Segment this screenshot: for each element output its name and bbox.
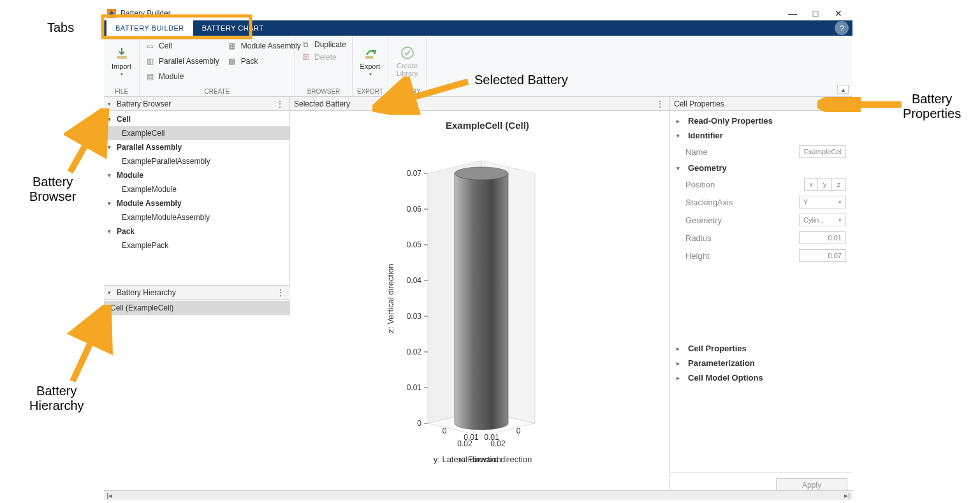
group-label-create: CREATE — [140, 88, 295, 95]
delete-button[interactable]: ☒Delete — [300, 52, 347, 62]
expand-icon: ▸ — [676, 118, 683, 124]
expand-icon: ▸ — [676, 360, 683, 367]
create-cell-button[interactable]: ▭Cell — [145, 38, 219, 54]
panel-menu-button[interactable]: ⋮ — [654, 99, 666, 109]
svg-text:0: 0 — [516, 426, 521, 435]
annot-arrow-props — [817, 97, 907, 112]
window-close-button[interactable]: ✕ — [827, 6, 850, 20]
duplicate-button[interactable]: ⧉Duplicate — [300, 40, 347, 50]
create-module-assembly-label: Module Assembly — [241, 41, 301, 50]
name-input[interactable]: ExampleCel — [799, 145, 846, 158]
section-readonly[interactable]: ▸Read-Only Properties — [676, 113, 846, 128]
ribbon: Import ▾ FILE ▭Cell ▦Module Assembly ▥Pa… — [104, 36, 852, 97]
battery-browser-header[interactable]: ▾ Battery Browser ⋮ — [104, 97, 289, 111]
geometry-label: Geometry — [685, 215, 722, 225]
create-parallel-assembly-button[interactable]: ▥Parallel Assembly — [145, 54, 219, 69]
svg-rect-2 — [365, 56, 373, 59]
section-geometry[interactable]: ▾Geometry — [676, 161, 846, 175]
svg-text:0.06: 0.06 — [407, 205, 422, 214]
battery-browser-tree: ▾CellExampleCell▾Parallel AssemblyExampl… — [104, 111, 289, 254]
module-assembly-icon: ▦ — [227, 41, 237, 51]
create-module-assembly-button[interactable]: ▦Module Assembly — [227, 38, 301, 54]
help-button[interactable]: ? — [835, 21, 849, 35]
scroll-right-button[interactable]: ▸| — [844, 492, 850, 500]
create-pack-label: Pack — [241, 57, 258, 66]
delete-label: Delete — [314, 53, 337, 62]
ribbon-collapse-button[interactable]: ▴ — [837, 85, 849, 94]
battery-browser-panel: ▾ Battery Browser ⋮ ▾CellExampleCell▾Par… — [104, 97, 290, 286]
chevron-down-icon: ▾ — [121, 71, 123, 77]
expand-icon: ▸ — [676, 346, 683, 352]
group-label-file: FILE — [104, 88, 139, 95]
svg-line-36 — [73, 310, 106, 381]
section-readonly-label: Read-Only Properties — [688, 116, 773, 126]
window-minimize-button[interactable]: — — [781, 6, 804, 20]
tree-group[interactable]: ▾Module Assembly — [104, 196, 289, 210]
height-input[interactable]: 0.07 — [799, 249, 846, 262]
checkmark-icon — [400, 45, 415, 61]
svg-line-34 — [379, 82, 468, 107]
position-z[interactable]: z — [832, 178, 846, 191]
tree-item[interactable]: ExampleModuleAssembly — [104, 210, 289, 224]
annot-selected: Selected Battery — [474, 73, 568, 87]
tree-item[interactable]: ExampleParallelAssembly — [104, 154, 289, 168]
chart-canvas: 00.010.020.030.040.050.060.0700.010.0200… — [290, 111, 670, 481]
group-label-browser: BROWSER — [295, 88, 352, 95]
footer: |◂ ▸| — [104, 490, 852, 500]
collapse-icon: ▾ — [108, 101, 114, 107]
position-x[interactable]: x — [804, 178, 818, 191]
create-library-label: Create Library — [397, 62, 418, 77]
section-cell-model-options[interactable]: ▸Cell Model Options — [676, 370, 846, 385]
field-radius: Radius 0.01 — [676, 229, 846, 247]
annot-hierarchy: Battery Hierarchy — [29, 384, 84, 413]
panel-menu-button[interactable]: ⋮ — [274, 99, 286, 109]
battery-hierarchy-header[interactable]: ▾ Battery Hierarchy ⋮ — [104, 286, 290, 300]
field-stacking-axis: StackingAxis Y — [676, 193, 846, 211]
section-parameterization[interactable]: ▸Parameterization — [676, 356, 846, 370]
battery-hierarchy-tree: Cell (ExampleCell) — [104, 300, 290, 316]
window-maximize-button[interactable]: □ — [804, 6, 827, 20]
tree-item[interactable]: ExamplePack — [104, 238, 289, 252]
radius-input[interactable]: 0.01 — [799, 231, 846, 244]
section-cell-properties[interactable]: ▸Cell Properties — [676, 341, 846, 356]
tree-group[interactable]: ▾Pack — [104, 224, 289, 238]
stacking-dropdown[interactable]: Y — [799, 196, 846, 208]
height-label: Height — [685, 251, 710, 261]
create-module-label: Module — [159, 72, 184, 81]
svg-text:0.02: 0.02 — [457, 439, 472, 448]
svg-text:0.01: 0.01 — [407, 383, 422, 392]
field-height: Height 0.07 — [676, 247, 846, 265]
tree-group[interactable]: ▾Cell — [104, 112, 289, 126]
section-identifier-label: Identifier — [688, 131, 723, 140]
pack-icon: ▩ — [227, 56, 237, 66]
geometry-dropdown[interactable]: Cylin... — [799, 214, 846, 226]
tree-item[interactable]: ExampleModule — [104, 182, 289, 196]
selected-battery-title: Selected Battery — [294, 99, 350, 108]
tree-group[interactable]: ▾Module — [104, 168, 289, 182]
duplicate-icon: ⧉ — [300, 40, 311, 50]
import-button[interactable]: Import ▾ — [109, 38, 134, 84]
create-module-button[interactable]: ▤Module — [145, 69, 219, 84]
section-identifier[interactable]: ▾Identifier — [676, 128, 846, 143]
battery-hierarchy-title: Battery Hierarchy — [117, 288, 176, 297]
panel-menu-button[interactable]: ⋮ — [275, 288, 286, 298]
create-pack-button[interactable]: ▩Pack — [227, 54, 301, 69]
annot-browser: Battery Browser — [29, 175, 76, 204]
scroll-left-button[interactable]: |◂ — [106, 492, 112, 500]
ribbon-group-browser: ⧉Duplicate ☒Delete BROWSER — [295, 36, 353, 96]
export-icon — [363, 46, 378, 61]
annot-arrow-browser — [64, 108, 115, 179]
module-icon: ▤ — [145, 71, 155, 82]
position-y[interactable]: y — [818, 178, 832, 191]
viewer-3d[interactable]: ExampleCell (Cell) 00.010.020.030.040.05… — [290, 111, 669, 497]
tree-group[interactable]: ▾Parallel Assembly — [104, 140, 289, 154]
tree-item[interactable]: ExampleCell — [104, 126, 289, 140]
hierarchy-item[interactable]: Cell (ExampleCell) — [104, 301, 290, 315]
svg-text:0: 0 — [442, 426, 447, 435]
collapse-icon: ▾ — [676, 165, 683, 171]
svg-text:z: Vertical direction: z: Vertical direction — [386, 263, 395, 333]
field-position: Position x y z — [676, 175, 846, 193]
position-xyz[interactable]: x y z — [804, 178, 846, 191]
ribbon-group-create: ▭Cell ▦Module Assembly ▥Parallel Assembl… — [140, 36, 295, 96]
selected-battery-header[interactable]: Selected Battery ⋮ — [290, 97, 669, 111]
